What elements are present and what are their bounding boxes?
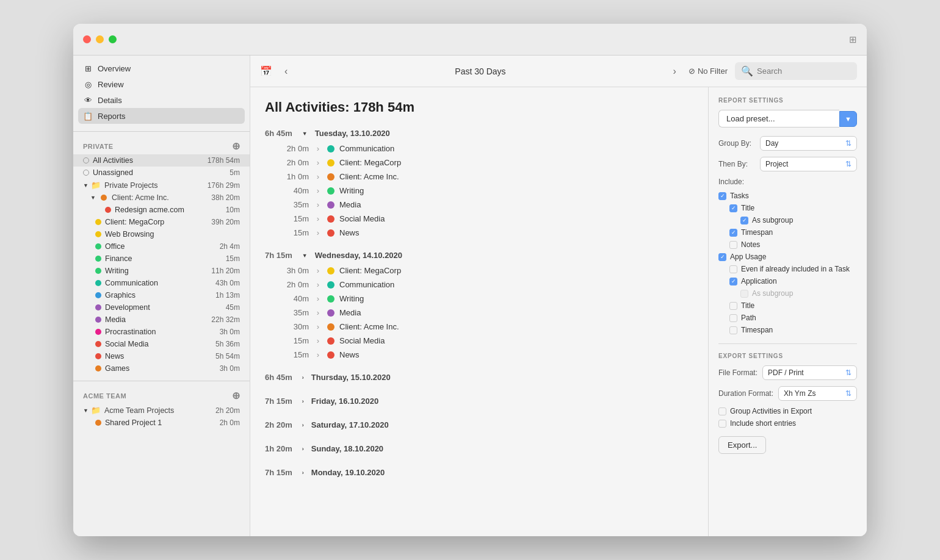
day-header-3[interactable]: 7h 15m › Friday, 16.10.2020 <box>265 393 693 409</box>
tasks-checkbox[interactable] <box>718 192 726 200</box>
timespan2-checkbox[interactable] <box>729 326 737 334</box>
maximize-button[interactable] <box>109 35 117 43</box>
expand-icon[interactable]: › <box>314 144 322 153</box>
sidebar-development[interactable]: Development 45m <box>73 301 250 314</box>
sidebar-social-media[interactable]: Social Media 5h 36m <box>73 338 250 350</box>
communication-dot <box>95 280 101 286</box>
private-projects-collapse-icon: ▼ <box>83 182 89 188</box>
topbar: 📅 ‹ Past 30 Days › ⊘ No Filter 🔍 <box>250 56 867 87</box>
add-private-button[interactable]: ⊕ <box>232 140 240 152</box>
file-format-value: PDF / Print <box>768 368 804 377</box>
private-projects-header[interactable]: ▼ 📁 Private Projects 176h 29m <box>73 179 250 192</box>
activity-name: Social Media <box>339 336 693 345</box>
title-checkbox[interactable] <box>729 204 737 212</box>
duration-format-arrow: ⇅ <box>845 389 851 398</box>
sidebar-megacorp[interactable]: Client: MegaCorp 39h 20m <box>73 216 250 228</box>
day-header-1[interactable]: 7h 15m ▼ Wednesday, 14.10.2020 <box>265 247 693 264</box>
sidebar-office[interactable]: Office 2h 4m <box>73 240 250 253</box>
activity-name: Social Media <box>339 214 693 223</box>
load-preset-button[interactable]: Load preset... <box>718 110 839 127</box>
close-button[interactable] <box>83 35 91 43</box>
expand-icon[interactable]: › <box>314 308 322 317</box>
sidebar-item-details[interactable]: 👁 Details <box>73 92 250 108</box>
expand-icon[interactable]: › <box>314 172 322 181</box>
sidebar-redesign[interactable]: Redesign acme.com 10m <box>73 204 250 216</box>
sidebar-communication[interactable]: Communication 43h 0m <box>73 277 250 289</box>
expand-icon[interactable]: › <box>314 158 322 167</box>
search-box[interactable]: 🔍 <box>735 62 857 80</box>
notes-checkbox-row: Notes <box>718 240 857 249</box>
application-checkbox[interactable] <box>729 278 737 285</box>
day-header-6[interactable]: 7h 15m › Monday, 19.10.2020 <box>265 464 693 481</box>
all-activities-label: All Activities <box>93 156 133 165</box>
expand-icon[interactable]: › <box>314 294 322 303</box>
media-dot <box>95 317 101 323</box>
sidebar-all-activities[interactable]: All Activities 178h 54m <box>73 154 250 167</box>
expand-icon[interactable]: › <box>314 350 322 359</box>
day-header-5[interactable]: 1h 20m › Sunday, 18.10.2020 <box>265 440 693 457</box>
search-icon: 🔍 <box>741 65 753 77</box>
app-usage-checkbox[interactable] <box>718 253 726 261</box>
expand-icon[interactable]: › <box>314 266 322 275</box>
sidebar-shared-project[interactable]: Shared Project 1 2h 0m <box>73 417 250 429</box>
no-filter[interactable]: ⊘ No Filter <box>689 66 728 76</box>
group-activities-checkbox[interactable] <box>718 407 726 415</box>
day-header-4[interactable]: 2h 20m › Saturday, 17.10.2020 <box>265 417 693 433</box>
export-button[interactable]: Export... <box>718 436 766 454</box>
acme-team-projects-header[interactable]: ▼ 📁 Acme Team Projects 2h 20m <box>73 404 250 417</box>
activity-row: 30m › Client: Acme Inc. <box>265 320 693 334</box>
expand-icon[interactable]: › <box>314 322 322 331</box>
report-settings-title: REPORT SETTINGS <box>718 97 857 104</box>
as-subgroup2-checkbox[interactable] <box>740 290 748 298</box>
activity-row: 35m › Media <box>265 306 693 320</box>
add-acme-team-button[interactable]: ⊕ <box>232 390 240 401</box>
expand-icon[interactable]: › <box>314 186 322 195</box>
then-by-select[interactable]: Project ⇅ <box>760 157 857 171</box>
acme-team-projects-time: 2h 20m <box>215 406 240 415</box>
review-icon: ◎ <box>83 79 93 89</box>
notes-checkbox[interactable] <box>729 241 737 249</box>
even-already-checkbox[interactable] <box>729 265 737 273</box>
load-preset-arrow-button[interactable]: ▼ <box>839 111 857 127</box>
sidebar-procrastination[interactable]: Procrastination 3h 0m <box>73 326 250 338</box>
search-input[interactable] <box>757 66 851 76</box>
expand-icon[interactable]: › <box>314 280 322 289</box>
sidebar-item-review[interactable]: ◎ Review <box>73 76 250 92</box>
day-total-5: 1h 20m <box>265 444 292 453</box>
day-header-2[interactable]: 6h 45m › Thursday, 15.10.2020 <box>265 369 693 386</box>
file-format-select[interactable]: PDF / Print ⇅ <box>762 365 857 380</box>
timespan-checkbox[interactable] <box>729 229 737 237</box>
sidebar-web-browsing[interactable]: Web Browsing <box>73 228 250 240</box>
sidebar-item-overview[interactable]: ⊞ Overview <box>73 60 250 76</box>
group-by-select[interactable]: Day ⇅ <box>760 136 857 151</box>
sidebar-news[interactable]: News 5h 54m <box>73 350 250 362</box>
sidebar-item-reports[interactable]: 📋 Reports <box>78 108 245 124</box>
sidebar-writing[interactable]: Writing 11h 20m <box>73 265 250 277</box>
graphics-label: Graphics <box>105 291 136 300</box>
expand-icon[interactable]: › <box>314 228 322 237</box>
title2-checkbox[interactable] <box>729 302 737 310</box>
sidebar-finance[interactable]: Finance 15m <box>73 253 250 265</box>
sidebar-games[interactable]: Games 3h 0m <box>73 362 250 375</box>
include-short-checkbox[interactable] <box>718 420 726 428</box>
duration-format-select[interactable]: Xh Ym Zs ⇅ <box>778 386 857 401</box>
client-acme-header[interactable]: ▼ Client: Acme Inc. 38h 20m <box>73 192 250 204</box>
prev-button[interactable]: ‹ <box>280 63 292 79</box>
overview-icon: ⊞ <box>83 63 93 73</box>
sidebar-unassigned[interactable]: Unassigned 5m <box>73 167 250 179</box>
as-subgroup-label: As subgroup <box>752 216 793 224</box>
expand-icon[interactable]: › <box>314 214 322 223</box>
next-button[interactable]: › <box>668 63 681 79</box>
day-group-3: 7h 15m › Friday, 16.10.2020 <box>265 393 693 409</box>
expand-icon[interactable]: › <box>314 200 322 209</box>
app-usage-label: App Usage <box>730 253 766 261</box>
day-header-0[interactable]: 6h 45m ▼ Tuesday, 13.10.2020 <box>265 125 693 142</box>
activity-time: 35m <box>280 200 309 209</box>
as-subgroup-checkbox[interactable] <box>740 217 748 224</box>
activity-time: 15m <box>280 214 309 223</box>
sidebar-graphics[interactable]: Graphics 1h 13m <box>73 289 250 301</box>
expand-icon[interactable]: › <box>314 336 322 345</box>
path-checkbox[interactable] <box>729 314 737 322</box>
sidebar-media[interactable]: Media 22h 32m <box>73 314 250 326</box>
minimize-button[interactable] <box>96 35 104 43</box>
